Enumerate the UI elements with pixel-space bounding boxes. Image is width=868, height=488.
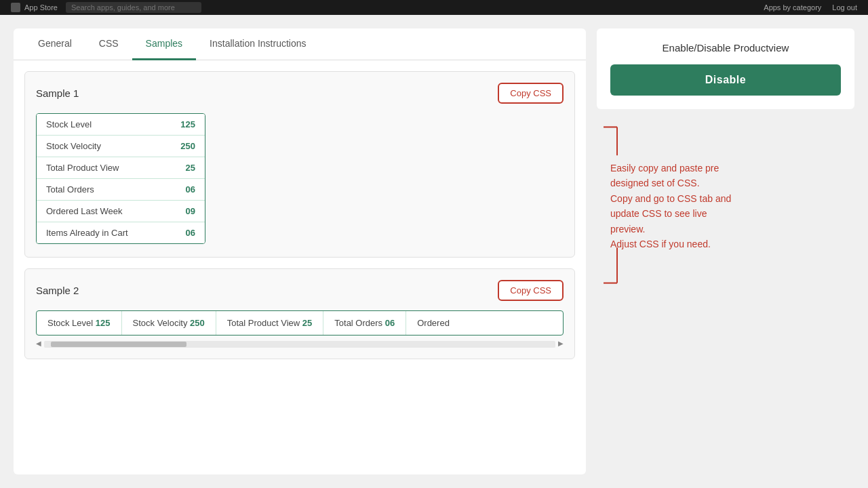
- tab-samples[interactable]: Samples: [132, 28, 196, 60]
- row-label: Stock Velocity: [46, 141, 101, 151]
- search-input[interactable]: [66, 2, 201, 13]
- cell-label: Total Orders: [334, 318, 384, 328]
- cell-label: Ordered: [417, 318, 450, 328]
- row-label: Total Orders: [46, 184, 94, 195]
- tab-css[interactable]: CSS: [85, 28, 132, 60]
- right-panel: Enable/Disable Productview Disable Easil…: [597, 28, 854, 474]
- tab-installation[interactable]: Installation Instructions: [196, 28, 319, 60]
- row-label: Total Product View: [46, 163, 119, 173]
- row-value: 250: [180, 141, 195, 151]
- table-row: Items Already in Cart 06: [37, 222, 205, 243]
- enable-disable-title: Enable/Disable Productview: [610, 42, 841, 54]
- tabs-bar: General CSS Samples Installation Instruc…: [14, 28, 586, 60]
- app-store-logo: App Store: [11, 3, 58, 12]
- cell-label: Total Product View: [227, 318, 302, 328]
- row-value: 25: [186, 163, 195, 173]
- logout-link[interactable]: Log out: [832, 3, 857, 12]
- sample2-cell: Total Product View 25: [216, 311, 324, 335]
- callout-text: Easily copy and paste pre designed set o…: [597, 161, 854, 251]
- row-value: 125: [180, 119, 195, 129]
- row-value: 09: [186, 206, 195, 216]
- logo-icon: [11, 3, 20, 12]
- cell-value: 125: [96, 318, 111, 328]
- callout-line4: update CSS to see live: [610, 206, 854, 221]
- cell-value: 06: [385, 318, 395, 328]
- table-row: Total Product View 25: [37, 157, 205, 179]
- top-bar-right: Apps by category Log out: [764, 3, 857, 12]
- sample2-cell: Stock Velocity 250: [122, 311, 216, 335]
- sample1-block: Sample 1 Copy CSS Stock Level 125 Stock …: [24, 71, 575, 258]
- cell-label: Stock Level: [47, 318, 96, 328]
- logo-text: App Store: [24, 3, 58, 12]
- sample2-cell: Stock Level 125: [37, 311, 122, 335]
- sample1-title: Sample 1: [36, 87, 79, 99]
- table-row: Stock Velocity 250: [37, 136, 205, 157]
- top-bar: App Store Apps by category Log out: [0, 0, 868, 15]
- table-row: Total Orders 06: [37, 179, 205, 201]
- table-row: Stock Level 125: [37, 114, 205, 136]
- callout-line3: Copy and go to CSS tab and: [610, 191, 854, 206]
- sample2-header: Sample 2 Copy CSS: [36, 280, 564, 301]
- main-wrapper: General CSS Samples Installation Instruc…: [0, 15, 868, 488]
- sample2-title: Sample 2: [36, 285, 79, 296]
- scrollbar-track[interactable]: [44, 341, 555, 348]
- row-label: Items Already in Cart: [46, 228, 128, 238]
- tab-general[interactable]: General: [24, 28, 85, 60]
- enable-disable-card: Enable/Disable Productview Disable: [597, 28, 854, 109]
- row-value: 06: [186, 184, 195, 195]
- callout-line1: Easily copy and paste pre: [610, 161, 854, 176]
- sample2-block: Sample 2 Copy CSS Stock Level 125 Stock …: [24, 268, 575, 359]
- content-area: Sample 1 Copy CSS Stock Level 125 Stock …: [14, 60, 586, 474]
- scroll-left-arrow: ◀: [36, 340, 41, 347]
- cell-value: 25: [302, 318, 312, 328]
- cell-value: 250: [190, 318, 205, 328]
- sample2-cell: Total Orders 06: [323, 311, 406, 335]
- callout-line5: preview.: [610, 222, 854, 237]
- sample1-header: Sample 1 Copy CSS: [36, 83, 564, 104]
- sample2-copy-css-button[interactable]: Copy CSS: [498, 280, 564, 301]
- row-label: Ordered Last Week: [46, 206, 122, 216]
- callout-line2: designed set of CSS.: [610, 176, 854, 190]
- scrollbar-container: ◀ ▶: [36, 338, 564, 348]
- nav-category-label: Apps by category: [764, 3, 821, 12]
- table-row: Ordered Last Week 09: [37, 201, 205, 222]
- sample2-table: Stock Level 125 Stock Velocity 250 Total…: [36, 310, 564, 336]
- sample1-table: Stock Level 125 Stock Velocity 250 Total…: [36, 113, 205, 244]
- row-value: 06: [186, 228, 195, 238]
- sample2-cell: Ordered: [406, 311, 460, 335]
- left-panel: General CSS Samples Installation Instruc…: [14, 28, 586, 474]
- callout-line6: Adjust CSS if you need.: [610, 237, 854, 251]
- scroll-right-arrow: ▶: [558, 340, 564, 347]
- row-label: Stock Level: [46, 119, 92, 129]
- scrollbar-thumb: [51, 342, 186, 347]
- disable-button[interactable]: Disable: [610, 64, 841, 96]
- callout-area: Easily copy and paste pre designed set o…: [597, 120, 854, 474]
- cell-label: Stock Velocity: [133, 318, 191, 328]
- sample1-copy-css-button[interactable]: Copy CSS: [498, 83, 564, 104]
